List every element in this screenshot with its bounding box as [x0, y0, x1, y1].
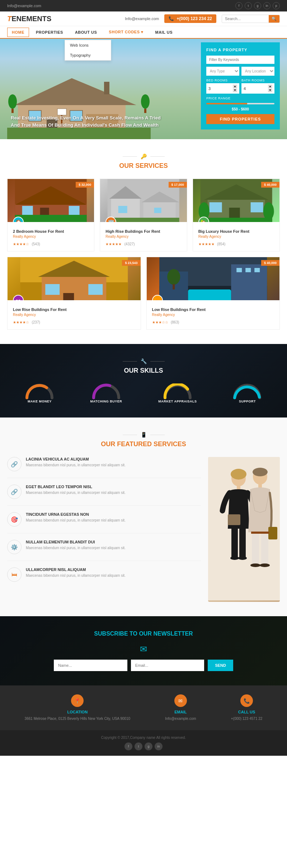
finder-location-select[interactable]: Any Location [241, 67, 274, 76]
footer-phone-title: Call Us [231, 710, 263, 714]
house4-svg [8, 257, 141, 300]
footer-phone-text: +(000) 123 4571 22 [231, 716, 263, 721]
footer-twitter-icon[interactable]: t [135, 742, 142, 750]
hero-text-line2: And True Means Of Building An Individual… [11, 122, 161, 129]
footer-facebook-icon[interactable]: f [124, 742, 132, 750]
card4-image: $ 23,543 🏘 [8, 257, 141, 300]
services-title-accent: SERVICES [133, 162, 168, 169]
card3-body: Big Luxury House For Rent Realty Agency … [193, 222, 279, 251]
facebook-icon[interactable]: f [235, 2, 243, 9]
footer-cols: 📍 Location 3661 Melrose Place, 0125 Beve… [7, 694, 280, 721]
svg-point-64 [230, 556, 239, 560]
footer-email-text: Info@example.com [165, 716, 196, 721]
card2-price-text: $ 17,000 [171, 183, 184, 187]
hero-section: Real Estate Investing, Even On A Very Sm… [0, 39, 287, 139]
newsletter-send-button[interactable]: send [208, 660, 233, 671]
bedrooms-up[interactable]: ▲ [233, 85, 237, 88]
svg-rect-7 [104, 82, 109, 94]
email-icon: ✉ [174, 694, 187, 707]
price-label: PRICE RANGE [206, 96, 274, 100]
find-properties-button[interactable]: Find properties [206, 114, 274, 124]
featured-item-5: 🛏 Ullamcorper Nisl Aliquam Maecenas bibe… [7, 567, 201, 588]
card1-price: $ 32,000 [76, 182, 94, 188]
divider-left [123, 156, 137, 157]
nav-item-shortcodes[interactable]: Short Codes ▾ [104, 26, 148, 38]
property-finder: Find A Property Any Type Any Location BE… [201, 42, 280, 129]
svg-rect-28 [154, 208, 161, 213]
featured-divider-right [150, 435, 165, 435]
nav-item-mail[interactable]: Mail Us [150, 27, 178, 38]
card2-stars: ★★★★★ [105, 242, 122, 246]
callus-icon: 📞 [240, 694, 253, 707]
card2-title: High Rise Buildings For Rent [105, 229, 181, 233]
pinterest-icon[interactable]: p [273, 2, 280, 9]
linkedin-icon[interactable]: in [263, 2, 270, 9]
card4-reviews: (237) [32, 320, 40, 324]
svg-rect-19 [22, 206, 33, 215]
footer-location-text: 3661 Melrose Place, 0125 Beverly Hills N… [25, 716, 130, 721]
card4-price: $ 23,543 [122, 260, 140, 266]
featured-icon-3: 🎯 [7, 512, 22, 527]
skills-icon: 🔧 [141, 358, 147, 364]
skills-divider-left [123, 361, 137, 362]
card5-reviews: (863) [171, 320, 179, 324]
card2-image: $ 17,000 🏢 [100, 179, 187, 222]
footer-col-phone: 📞 Call Us +(000) 123 4571 22 [231, 694, 263, 721]
svg-point-10 [141, 94, 150, 109]
featured-item-4-content: Nullam Elementum Blandit Dui Maecenas bi… [26, 540, 126, 551]
footer-bottom: Copyright © 2017,Company name All rights… [0, 730, 287, 756]
newsletter-title: SUBSCRIBE TO OUR NEWSLETTER [7, 631, 280, 637]
nav-item-home[interactable]: Home [7, 28, 29, 37]
newsletter-email-input[interactable] [131, 660, 204, 671]
contact-info: Info@example.com 📞 +(000) 123 234 22 🔍 [125, 14, 280, 23]
footer-google-icon[interactable]: g [145, 742, 152, 750]
nav-item-properties[interactable]: Properties [31, 27, 68, 38]
svg-rect-61 [228, 514, 240, 525]
twitter-icon[interactable]: t [245, 2, 252, 9]
featured-item-5-title: Ullamcorper Nisl Aliquam [26, 567, 126, 572]
search-box: 🔍 [222, 15, 280, 23]
featured-item-5-content: Ullamcorper Nisl Aliquam Maecenas bibend… [26, 567, 126, 578]
svg-rect-62 [231, 529, 238, 557]
newsletter-section: SUBSCRIBE TO OUR NEWSLETTER ✉ send [0, 616, 287, 685]
header-email: Info@example.com [125, 16, 159, 21]
search-button[interactable]: 🔍 [269, 15, 279, 23]
svg-rect-44 [45, 284, 60, 295]
card3-stars: ★★★★★ [198, 242, 215, 246]
bathrooms-label: BATH ROOMS [241, 79, 274, 82]
top-bar: Info@example.com f t g in p [0, 0, 287, 11]
search-input[interactable] [222, 15, 269, 22]
house5-svg [147, 257, 280, 300]
nav-item-about[interactable]: About Us [70, 27, 102, 38]
bedrooms-down[interactable]: ▼ [233, 89, 237, 92]
googleplus-icon[interactable]: g [254, 2, 261, 9]
nav: Home Properties About Us Short Codes ▾ M… [0, 26, 287, 39]
featured-item-4-text: Maecenas bibendum nisl purus, in ullamco… [26, 546, 126, 551]
card1-image: $ 32,000 🏠 [8, 179, 94, 222]
skill-market-appraisals: Market Appraisals [158, 383, 197, 403]
newsletter-name-input[interactable] [54, 660, 127, 671]
featured-divider-left [123, 435, 137, 435]
footer-linkedin-icon[interactable]: in [155, 742, 163, 750]
bathrooms-up[interactable]: ▲ [268, 85, 272, 88]
card4-body: Low Rise Buildings For Rent Realty Agenc… [8, 300, 141, 329]
dropdown-item-typography[interactable]: Typography [65, 50, 111, 60]
price-slider[interactable] [206, 103, 274, 104]
skills-header: 🔧 OUR SKILLS [7, 358, 280, 374]
svg-rect-71 [261, 532, 268, 565]
bathrooms-down[interactable]: ▼ [268, 89, 272, 92]
svg-point-65 [238, 556, 247, 560]
phone-number: +(000) 123 234 22 [177, 16, 212, 21]
services-title-text: OUR [119, 162, 133, 169]
featured-item-4: ⚙️ Nullam Elementum Blandit Dui Maecenas… [7, 540, 201, 561]
skill3-gauge [163, 383, 192, 398]
svg-rect-35 [250, 202, 263, 212]
services-section: 🔑 OUR SERVICES $ 32,000 [0, 139, 287, 344]
finder-keyword-input[interactable] [206, 56, 274, 64]
finder-type-select[interactable]: Any Type [206, 67, 239, 76]
card2-agency: Realty Agency [105, 235, 181, 239]
dropdown-item-webicons[interactable]: Web Icons [65, 40, 111, 50]
phone-badge: 📞 +(000) 123 234 22 [164, 14, 216, 23]
svg-rect-56 [254, 268, 260, 272]
house-silhouette [7, 67, 151, 139]
